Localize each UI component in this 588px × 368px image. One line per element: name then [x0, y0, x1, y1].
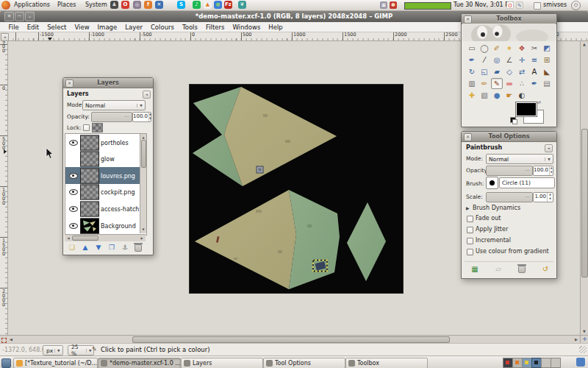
raise-layer-button[interactable]: ▲: [79, 243, 91, 252]
ellipse-select-tool[interactable]: ◯: [478, 43, 490, 54]
lock-checkbox[interactable]: [83, 124, 90, 131]
align-tool[interactable]: ≡: [528, 54, 540, 66]
new-layer-button[interactable]: ❏: [66, 243, 78, 252]
foreground-select-tool[interactable]: ◩: [541, 43, 553, 54]
eraser-tool[interactable]: ▬: [503, 78, 515, 89]
checkbox-apply-jitter[interactable]: [467, 227, 473, 233]
opacity-spinner[interactable]: 100.0 ▲▼: [533, 166, 553, 176]
image-canvas[interactable]: [190, 85, 403, 293]
menu-access-button[interactable]: ◂: [1, 33, 9, 41]
applications-menu[interactable]: Applications: [12, 0, 52, 10]
paint-mode-dropdown[interactable]: Normal▼: [486, 154, 553, 164]
smudge-tool[interactable]: ☛: [503, 90, 515, 101]
menu-tools[interactable]: Tools: [178, 24, 201, 31]
expander-arrow-icon[interactable]: ▶: [466, 205, 470, 210]
layers-dialog[interactable]: ✕ Layers Layers ◂ Mode: Normal▼ Opacity:…: [62, 77, 154, 255]
perspective-clone-tool[interactable]: ▧: [478, 90, 490, 101]
select-by-colour-tool[interactable]: ❖: [516, 43, 528, 54]
heal-tool[interactable]: ✚: [466, 90, 478, 101]
move-tool[interactable]: ✛: [516, 54, 528, 66]
menu-view[interactable]: View: [71, 24, 93, 31]
save-options-button[interactable]: ▦: [469, 264, 481, 274]
battery-indicator[interactable]: [404, 2, 451, 10]
shutter-tray-icon[interactable]: ✽: [390, 1, 397, 9]
vertical-scrollbar-thumb[interactable]: [581, 129, 588, 277]
menu-colours[interactable]: Colours: [146, 24, 178, 31]
scissors-select-tool[interactable]: ✂: [528, 43, 540, 54]
visibility-eye-icon[interactable]: [69, 223, 78, 229]
scale-slider[interactable]: [486, 192, 533, 202]
layer-thumbnail[interactable]: [80, 152, 99, 167]
scale-tool[interactable]: ◱: [478, 66, 490, 77]
menu-filters[interactable]: Filters: [201, 24, 228, 31]
menu-select[interactable]: Select: [43, 24, 71, 31]
menu-edit[interactable]: Edit: [23, 24, 43, 31]
checkbox-fade-out[interactable]: [467, 216, 473, 222]
terminal-launcher-icon[interactable]: ♟: [110, 1, 118, 9]
anchor-layer-button[interactable]: ⚓: [119, 243, 131, 252]
airbrush-tool[interactable]: ∴: [516, 78, 528, 89]
tablet-pen-tray-icon[interactable]: ✎: [516, 1, 523, 9]
trash-applet-icon[interactable]: [576, 358, 585, 367]
rotate-tool[interactable]: ↻: [466, 66, 478, 77]
perspective-tool[interactable]: ◇: [503, 66, 515, 77]
delete-options-button[interactable]: [516, 264, 528, 274]
taskbar-window-button[interactable]: *demo-master.xcf-1.0 ...: [98, 358, 181, 368]
workspace-cell[interactable]: [512, 358, 523, 368]
taskbar-window-button[interactable]: Layers: [181, 358, 263, 368]
layer-list[interactable]: portholesglowlouvres.pngcockpit.pngacces…: [65, 133, 147, 236]
screenshot-launcher-icon[interactable]: ◎: [133, 1, 141, 9]
toolbox-titlebar[interactable]: ✕ Toolbox: [462, 14, 556, 24]
wilber-header[interactable]: [462, 24, 556, 41]
tab-menu-icon[interactable]: ◂: [545, 144, 553, 152]
workspace-cell[interactable]: [541, 358, 551, 368]
places-menu[interactable]: Places: [55, 0, 78, 10]
ink-tool[interactable]: ✒: [528, 78, 540, 89]
zoom-dropdown[interactable]: 25 %▼: [68, 345, 94, 355]
colour-picker-tool[interactable]: ⁄: [478, 54, 490, 66]
visibility-eye-icon[interactable]: [69, 173, 78, 179]
opacity-spinner[interactable]: 100.0 ▲▼: [132, 112, 151, 122]
workspace-cell[interactable]: [522, 358, 532, 368]
opacity-slider[interactable]: [91, 112, 132, 122]
toolbox-window[interactable]: ✕ Toolbox ⇄ ▭◯✐✶❖✂◩✒⁄◎∠✛≡⊞↻◱▰◇⇄A◣▥✏✎▬∴✒▤…: [461, 13, 557, 127]
vertical-scrollbar[interactable]: ▲ ▼: [580, 40, 588, 335]
reset-options-button[interactable]: ↺: [539, 264, 551, 274]
user-switcher[interactable]: smivses: [543, 0, 567, 10]
lock-alpha-icon[interactable]: [92, 123, 103, 132]
fuzzy-select-tool[interactable]: ✶: [503, 43, 515, 54]
layer-mode-dropdown[interactable]: Normal▼: [82, 100, 146, 110]
screenshot-tray-icon[interactable]: ▣: [380, 1, 387, 9]
menu-layer[interactable]: Layer: [121, 24, 147, 31]
checkbox-use-colour-from-gradient[interactable]: [467, 249, 473, 255]
bird-launcher-icon[interactable]: ❦: [238, 1, 246, 9]
crop-tool[interactable]: ⊞: [541, 54, 553, 66]
paintbrush-tool[interactable]: ✎: [491, 78, 503, 89]
foreground-colour-swatch[interactable]: [516, 102, 537, 116]
horizontal-scrollbar-thumb[interactable]: [132, 336, 450, 343]
vlc-launcher-icon[interactable]: ▲: [204, 1, 212, 9]
google-earth-launcher-icon[interactable]: ●: [214, 1, 222, 9]
workspace-cell[interactable]: [551, 358, 561, 368]
free-select-tool[interactable]: ✐: [491, 43, 503, 54]
zoom-tool[interactable]: ◎: [491, 54, 503, 66]
brush-name-field[interactable]: Circle (11): [499, 177, 555, 188]
checkbox-incremental[interactable]: [467, 238, 473, 244]
layer-row[interactable]: access-hatch.pr: [65, 200, 140, 217]
layer-thumbnail[interactable]: [80, 185, 99, 200]
blur-sharpen-tool[interactable]: ●: [491, 90, 503, 101]
shutdown-icon[interactable]: ⏻: [571, 1, 581, 10]
layer-list-scrollbar[interactable]: ▲ ▼: [140, 134, 146, 233]
clone-tool[interactable]: ▤: [541, 78, 553, 89]
restore-options-button[interactable]: ▱: [492, 264, 504, 274]
opera-launcher-icon[interactable]: O: [121, 1, 129, 9]
blend-tool[interactable]: ▥: [466, 78, 478, 89]
brush-dynamics-expander[interactable]: Brush Dynamics: [473, 205, 520, 211]
layer-thumbnail[interactable]: [80, 201, 99, 216]
layer-row[interactable]: cockpit.png: [65, 184, 140, 200]
shear-tool[interactable]: ▰: [491, 66, 503, 77]
dodge-burn-tool[interactable]: ◐: [516, 90, 528, 101]
skype-launcher-icon[interactable]: S: [177, 1, 185, 9]
bucket-fill-tool[interactable]: ◣: [541, 66, 553, 77]
workspace-cell-active[interactable]: [531, 358, 542, 368]
